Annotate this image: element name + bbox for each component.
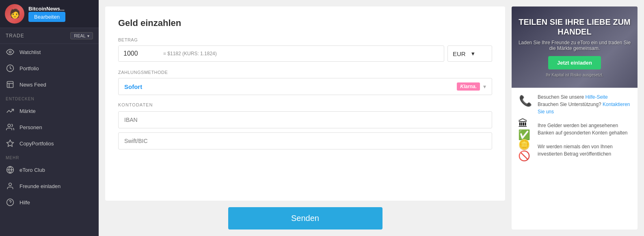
send-button[interactable]: Senden xyxy=(228,207,383,230)
personen-icon xyxy=(6,123,15,132)
real-badge[interactable]: REAL xyxy=(70,32,93,39)
sidebar-item-newsfeed[interactable]: News Feed xyxy=(0,76,99,93)
watchlist-label: Watchlist xyxy=(19,49,41,55)
newsfeed-icon xyxy=(6,80,15,89)
payment-method-select[interactable]: Sofort Klarna. ▾ xyxy=(118,78,492,95)
username-label: BitcoinNews... xyxy=(28,6,94,12)
send-section: Senden xyxy=(105,207,505,230)
sidebar-item-watchlist[interactable]: Watchlist xyxy=(0,44,99,60)
privacy-icon: 🪙🚫 xyxy=(518,143,533,158)
betrag-label: Betrag xyxy=(118,37,492,42)
maerkte-label: Märkte xyxy=(19,108,36,114)
etoroclub-icon xyxy=(6,165,15,174)
info-text-help: Besuchen Sie unsere Hilfe-Seite Brauchen… xyxy=(538,93,631,115)
svg-point-5 xyxy=(8,124,11,127)
hilfe-seite-link[interactable]: Hilfe-Seite xyxy=(585,94,607,100)
zahlungsmethode-label: Zahlungsmethode xyxy=(118,70,492,75)
sidebar-item-maerkte[interactable]: Märkte xyxy=(0,103,99,119)
hilfe-icon xyxy=(6,198,15,207)
deposit-card: Geld einzahlen Betrag = $1182 (KURS: 1.1… xyxy=(105,6,505,201)
iban-input[interactable] xyxy=(118,111,492,128)
watchlist-icon xyxy=(6,48,15,56)
portfolio-icon xyxy=(6,64,15,73)
phone-icon: 📞 xyxy=(518,93,533,108)
kontodaten-label: KONTODATEN xyxy=(118,102,492,107)
copyportfolios-label: CopyPortfolios xyxy=(19,141,54,147)
info-item-help: 📞 Besuchen Sie unsere Hilfe-Seite Brauch… xyxy=(518,93,631,115)
sidebar-item-copyportfolios[interactable]: CopyPortfolios xyxy=(0,135,99,152)
sidebar-item-freunde[interactable]: Freunde einladen xyxy=(0,178,99,194)
klarna-badge: Klarna. xyxy=(457,82,480,91)
payment-dropdown-arrow: ▾ xyxy=(483,83,486,90)
amount-input-wrap: = $1182 (KURS: 1.1824) xyxy=(118,45,444,62)
hilfe-label: Hilfe xyxy=(19,199,30,206)
avatar: 🧑 xyxy=(5,4,24,24)
maerkte-icon xyxy=(6,106,15,115)
currency-select[interactable]: EUR ▾ xyxy=(447,45,492,62)
freunde-icon xyxy=(6,182,15,191)
info-item-privacy: 🪙🚫 Wir werden niemals den von Ihnen inve… xyxy=(518,143,631,158)
svg-rect-2 xyxy=(7,82,13,88)
payment-name: Sofort xyxy=(124,83,457,90)
etoroclub-label: eToro Club xyxy=(19,167,45,173)
info-panel: 📞 Besuchen Sie unsere Hilfe-Seite Brauch… xyxy=(512,88,638,230)
svg-point-9 xyxy=(9,183,12,186)
trade-section: TRADE REAL xyxy=(0,28,99,44)
currency-value: EUR xyxy=(453,50,468,57)
sidebar-item-etoroclub[interactable]: eToro Club xyxy=(0,162,99,178)
trade-label: TRADE xyxy=(6,33,70,39)
nav-explore-group: Märkte Personen CopyPortfolios xyxy=(0,103,99,152)
mehr-label: MEHR xyxy=(0,152,99,162)
sidebar-header: 🧑 BitcoinNews... Bearbeiten xyxy=(0,0,99,28)
promo-content: TEILEN SIE IHRE LIEBE ZUM HANDEL Laden S… xyxy=(518,17,631,77)
deposit-title: Geld einzahlen xyxy=(118,18,492,28)
nav-mehr-group: eToro Club Freunde einladen Hilfe xyxy=(0,162,99,210)
sidebar-item-personen[interactable]: Personen xyxy=(0,119,99,135)
sidebar-item-hilfe[interactable]: Hilfe xyxy=(0,194,99,210)
edit-button[interactable]: Bearbeiten xyxy=(28,12,65,22)
sidebar-item-portfolio[interactable]: Portfolio xyxy=(0,60,99,76)
newsfeed-label: News Feed xyxy=(19,82,46,88)
copyportfolios-icon xyxy=(6,139,15,148)
info-text-bank: Ihre Gelder werden bei angesehenen Banke… xyxy=(538,122,631,136)
info-text-privacy: Wir werden niemals den von Ihnen investi… xyxy=(538,143,631,158)
promo-title: TEILEN SIE IHRE LIEBE ZUM HANDEL xyxy=(518,17,631,37)
promo-banner: TEILEN SIE IHRE LIEBE ZUM HANDEL Laden S… xyxy=(512,6,638,88)
portfolio-label: Portfolio xyxy=(19,65,39,71)
svg-marker-6 xyxy=(7,140,14,147)
main-content: Geld einzahlen Betrag = $1182 (KURS: 1.1… xyxy=(99,0,644,236)
svg-point-0 xyxy=(9,51,11,53)
info-item-bank: 🏛✅ Ihre Gelder werden bei angesehenen Ba… xyxy=(518,122,631,136)
swift-input[interactable] xyxy=(118,132,492,149)
currency-dropdown-arrow: ▾ xyxy=(471,50,487,57)
promo-risk-text: Ihr Kapital ist Risiko ausgesetzt. xyxy=(518,73,631,77)
sidebar: 🧑 BitcoinNews... Bearbeiten TRADE REAL W… xyxy=(0,0,99,236)
promo-invite-button[interactable]: Jetzt einladen xyxy=(548,56,601,69)
entdecken-label: ENTDECKEN xyxy=(0,93,99,103)
amount-row: = $1182 (KURS: 1.1824) EUR ▾ xyxy=(118,45,492,62)
personen-label: Personen xyxy=(19,124,42,130)
center-panel: Geld einzahlen Betrag = $1182 (KURS: 1.1… xyxy=(105,6,505,230)
amount-input[interactable] xyxy=(119,46,159,61)
right-panel: TEILEN SIE IHRE LIEBE ZUM HANDEL Laden S… xyxy=(512,6,638,230)
nav-top-group: Watchlist Portfolio News Feed xyxy=(0,44,99,93)
conversion-text: = $1182 (KURS: 1.1824) xyxy=(159,51,221,56)
promo-subtitle: Laden Sie Ihre Freunde zu eToro ein und … xyxy=(518,40,631,51)
freunde-label: Freunde einladen xyxy=(19,183,61,189)
payment-section: Zahlungsmethode Sofort Klarna. ▾ KONTODA… xyxy=(118,70,492,149)
bank-icon: 🏛✅ xyxy=(518,122,533,136)
